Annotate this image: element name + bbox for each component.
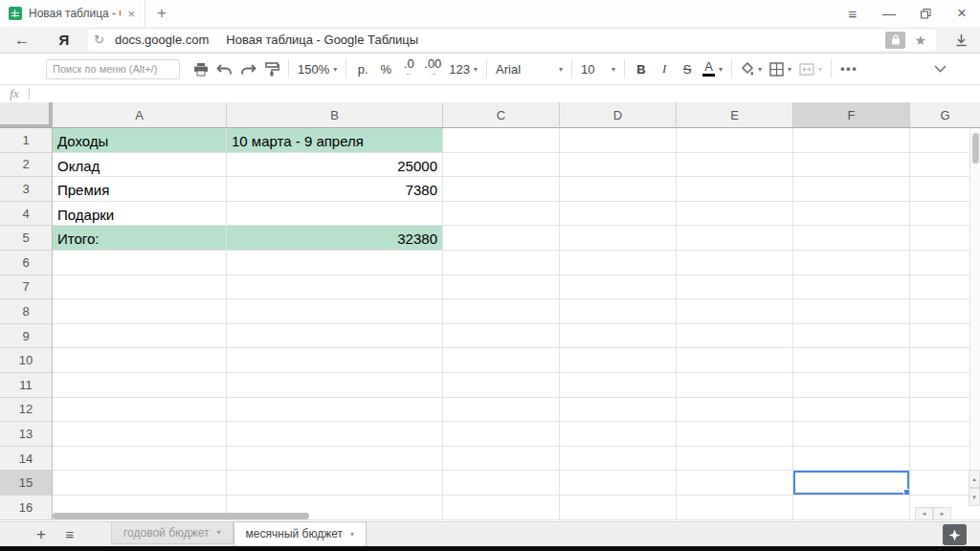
cell-A15[interactable] (53, 471, 227, 496)
cell-E13[interactable] (677, 422, 793, 447)
url-field[interactable]: ↻ docs.google.com Новая таблица - Google… (88, 30, 936, 51)
row-header-3[interactable]: 3 (0, 177, 53, 202)
cell-D7[interactable] (560, 276, 677, 300)
font-family-select[interactable]: Arial ▾ (492, 57, 567, 80)
increase-decimal-button[interactable]: .00→ (420, 57, 445, 80)
cell-E1[interactable] (677, 128, 793, 153)
column-header-E[interactable]: E (677, 102, 793, 128)
explore-button[interactable] (943, 524, 967, 545)
cell-D8[interactable] (560, 299, 677, 324)
cell-D1[interactable] (560, 128, 677, 153)
bookmark-star-icon[interactable]: ★ (914, 33, 926, 48)
print-icon[interactable] (189, 57, 212, 80)
vertical-scrollbar[interactable] (969, 128, 980, 470)
bold-button[interactable]: B (630, 57, 653, 80)
fill-color-button[interactable]: ▾ (737, 57, 766, 80)
browser-tab[interactable]: Новая таблица - Google × (0, 0, 145, 27)
cell-A12[interactable] (53, 398, 227, 423)
cell-F10[interactable] (793, 348, 910, 373)
cell-B7[interactable] (227, 276, 443, 300)
all-sheets-menu-icon[interactable]: ≡ (56, 526, 84, 542)
cell-E5[interactable] (677, 226, 793, 251)
row-header-1[interactable]: 1 (0, 128, 53, 153)
collapse-toolbar-icon[interactable] (928, 57, 951, 80)
cell-A10[interactable] (53, 348, 227, 373)
cell-D14[interactable] (560, 447, 677, 472)
menu-search-input[interactable] (46, 59, 180, 79)
cell-C1[interactable] (443, 128, 560, 153)
cell-D13[interactable] (560, 422, 677, 447)
cell-B13[interactable] (227, 422, 443, 447)
download-icon[interactable] (942, 33, 980, 47)
cell-D6[interactable] (560, 251, 677, 276)
row-header-2[interactable]: 2 (0, 153, 53, 178)
cell-F16[interactable] (793, 496, 910, 520)
yandex-logo[interactable]: Я (44, 32, 84, 48)
chevron-down-icon[interactable]: ▾ (350, 530, 354, 539)
decrease-decimal-button[interactable]: .0← (397, 57, 420, 80)
redo-icon[interactable] (236, 57, 260, 80)
cell-F11[interactable] (793, 373, 910, 398)
cell-C8[interactable] (443, 299, 560, 324)
cell-B15[interactable] (227, 471, 443, 496)
cell-D15[interactable] (560, 471, 677, 496)
row-header-14[interactable]: 14 (0, 447, 53, 472)
cell-D9[interactable] (560, 324, 677, 349)
cell-F13[interactable] (793, 422, 910, 447)
cell-E7[interactable] (677, 276, 793, 300)
row-header-10[interactable]: 10 (0, 348, 53, 373)
cell-C7[interactable] (443, 276, 560, 300)
row-header-15[interactable]: 15 (0, 471, 53, 496)
cell-F4[interactable] (793, 202, 910, 227)
cell-C12[interactable] (443, 398, 560, 423)
cell-E15[interactable] (677, 471, 793, 496)
cell-F7[interactable] (793, 276, 910, 300)
cell-C3[interactable] (443, 177, 560, 202)
cell-A9[interactable] (53, 324, 227, 349)
row-header-11[interactable]: 11 (0, 373, 53, 398)
add-sheet-button[interactable]: + (27, 525, 56, 544)
cell-A3[interactable]: Премия (53, 177, 227, 202)
cell-C14[interactable] (443, 447, 560, 472)
cell-B8[interactable] (227, 299, 443, 324)
paint-format-icon[interactable] (260, 57, 283, 80)
cell-E9[interactable] (677, 324, 793, 349)
cell-D3[interactable] (560, 177, 677, 202)
cell-A5[interactable]: Итого: (53, 226, 227, 251)
scroll-down-button[interactable]: ▾ (969, 488, 980, 506)
cell-C4[interactable] (443, 202, 560, 227)
cell-A8[interactable] (53, 299, 227, 324)
cell-F8[interactable] (793, 299, 910, 324)
more-formats-button[interactable]: 123 ▾ (445, 57, 481, 80)
row-header-16[interactable]: 16 (0, 496, 53, 520)
new-tab-button[interactable]: + (157, 4, 167, 23)
lock-icon[interactable] (885, 32, 905, 49)
sheet-tab-active[interactable]: месячный бюджет▾ (234, 521, 367, 546)
fill-handle[interactable] (903, 489, 910, 496)
cell-C5[interactable] (443, 226, 560, 251)
cell-F15[interactable] (793, 471, 910, 496)
cell-C16[interactable] (443, 496, 560, 520)
cell-B9[interactable] (227, 324, 443, 349)
cell-E3[interactable] (677, 177, 793, 202)
cell-F2[interactable] (793, 153, 910, 178)
cell-A6[interactable] (53, 251, 227, 276)
cell-D2[interactable] (560, 153, 677, 178)
cell-E6[interactable] (677, 251, 793, 276)
scroll-left-button[interactable]: ◂ (915, 507, 933, 520)
cell-C15[interactable] (443, 471, 560, 496)
cell-B6[interactable] (227, 251, 443, 276)
cell-E2[interactable] (677, 153, 793, 178)
chevron-down-icon[interactable]: ▾ (217, 528, 221, 537)
cell-E14[interactable] (677, 447, 793, 472)
cell-A2[interactable]: Оклад (53, 153, 227, 178)
cell-A7[interactable] (53, 276, 227, 300)
column-header-D[interactable]: D (560, 102, 677, 128)
cell-F3[interactable] (793, 177, 910, 202)
cell-E10[interactable] (677, 348, 793, 373)
cell-F9[interactable] (793, 324, 910, 349)
window-close-icon[interactable]: × (944, 0, 980, 27)
back-icon[interactable]: ← (0, 32, 44, 49)
column-header-A[interactable]: A (53, 102, 227, 128)
zoom-select[interactable]: 150% ▾ (294, 57, 341, 80)
